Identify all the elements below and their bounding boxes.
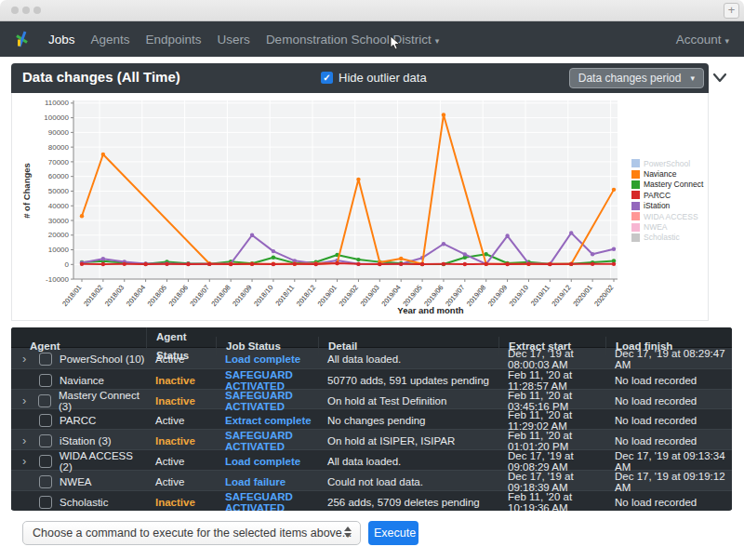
chart-point-parcc[interactable] (293, 262, 297, 266)
app-logo-icon[interactable] (15, 30, 29, 48)
row-checkbox[interactable] (39, 434, 52, 447)
chart-point-parcc[interactable] (101, 262, 105, 266)
chart-point-parcc[interactable] (272, 262, 275, 266)
chart-point-istation[interactable] (463, 252, 467, 256)
chart-point-parcc[interactable] (463, 262, 467, 266)
row-checkbox[interactable] (39, 414, 52, 427)
legend-swatch-istation (631, 202, 640, 210)
chart-point-parcc[interactable] (569, 262, 573, 266)
chart-point-parcc[interactable] (250, 262, 254, 266)
execute-button[interactable]: Execute (368, 521, 418, 545)
chart-point-mastery-connect[interactable] (356, 258, 360, 261)
nav-item-users[interactable]: Users (218, 33, 250, 47)
chart-point-parcc[interactable] (143, 262, 147, 266)
legend-item-nwea[interactable]: NWEA (631, 221, 703, 232)
row-checkbox[interactable] (38, 394, 51, 407)
job-status-link[interactable]: SAFEGUARD ACTIVATED (216, 430, 318, 452)
data-changes-period-button[interactable]: Data changes period ▾ (569, 68, 704, 88)
legend-item-parcc[interactable]: PARCC (631, 190, 703, 200)
chart-point-naviance[interactable] (612, 188, 616, 192)
chart-point-parcc[interactable] (442, 262, 445, 266)
chart-point-parcc[interactable] (420, 262, 424, 266)
chart-point-mastery-connect[interactable] (272, 256, 275, 260)
chart-point-parcc[interactable] (356, 262, 360, 266)
y-tick-label: 30000 (48, 217, 70, 225)
chart-point-parcc[interactable] (526, 262, 530, 266)
chart-point-parcc[interactable] (548, 262, 551, 266)
row-checkbox[interactable] (39, 374, 52, 387)
chart-point-parcc[interactable] (123, 262, 126, 266)
job-status-link[interactable]: SAFEGUARD ACTIVATED (216, 491, 318, 511)
agent-name: Naviance (60, 375, 104, 386)
job-status-link[interactable]: Load failure (216, 476, 318, 487)
window-zoom-button[interactable] (33, 7, 41, 14)
chart-point-parcc[interactable] (505, 262, 509, 266)
nav-item-demonstration-school-district[interactable]: Demonstration School District▾ (266, 33, 439, 47)
chart-point-naviance[interactable] (80, 214, 84, 218)
chart-point-naviance[interactable] (101, 153, 105, 156)
row-expand-chevron-icon[interactable]: › (22, 457, 32, 466)
job-status-link[interactable]: SAFEGUARD ACTIVATED (216, 369, 318, 392)
nav-item-account[interactable]: Account▾ (676, 33, 729, 47)
chart-point-istation[interactable] (569, 231, 573, 234)
chart-point-parcc[interactable] (229, 262, 232, 266)
window-close-button[interactable] (11, 7, 19, 14)
job-detail: 50770 adds, 591 updates pending (318, 375, 498, 386)
command-select[interactable]: Choose a command to execute for the sele… (22, 521, 361, 545)
chart-point-istation[interactable] (101, 257, 105, 260)
chart-point-parcc[interactable] (485, 262, 488, 266)
row-expand-chevron-icon[interactable]: › (22, 436, 32, 446)
legend-item-powerschool[interactable]: PowerSchool (631, 158, 703, 168)
window-minimize-button[interactable] (22, 7, 30, 14)
hide-outlier-label[interactable]: Hide outlier data (339, 71, 427, 85)
chart-point-parcc[interactable] (165, 262, 168, 266)
panel-collapse-chevron-icon[interactable] (712, 71, 727, 82)
row-checkbox[interactable] (39, 455, 52, 468)
chart-point-istation[interactable] (612, 247, 616, 251)
chart-point-parcc[interactable] (80, 262, 84, 266)
chart-point-parcc[interactable] (612, 262, 616, 266)
x-tick-label: 2019/03 (359, 284, 381, 309)
legend-item-scholastic[interactable]: Scholastic (631, 233, 703, 243)
chart-point-istation[interactable] (591, 252, 594, 256)
chart-point-naviance[interactable] (356, 178, 360, 181)
chart-point-parcc[interactable] (378, 262, 381, 266)
chart-point-istation[interactable] (442, 242, 445, 246)
chart-point-parcc[interactable] (335, 261, 339, 265)
chart-point-naviance[interactable] (399, 257, 403, 260)
nav-item-endpoints[interactable]: Endpoints (146, 33, 202, 47)
legend-item-istation[interactable]: iStation (631, 201, 703, 211)
job-status-link[interactable]: Load complete (216, 456, 318, 467)
chart-point-istation[interactable] (250, 233, 254, 237)
row-checkbox[interactable] (39, 496, 52, 509)
legend-item-mastery-connect[interactable]: Mastery Connect (631, 180, 703, 190)
chart-point-parcc[interactable] (591, 262, 594, 266)
nav-item-jobs[interactable]: Jobs (48, 33, 75, 47)
job-status-link[interactable]: SAFEGUARD ACTIVATED (216, 390, 318, 412)
row-checkbox[interactable] (39, 353, 52, 366)
row-checkbox[interactable] (39, 475, 52, 488)
hide-outlier-checkbox[interactable]: ✓ (321, 72, 333, 84)
chart-point-parcc[interactable] (399, 262, 403, 266)
job-status-link[interactable]: Load complete (216, 353, 318, 365)
column-header-detail[interactable]: Detail (318, 337, 498, 355)
chart-point-istation[interactable] (505, 233, 509, 237)
row-expand-chevron-icon[interactable]: › (22, 396, 31, 406)
job-status-link[interactable]: Extract complete (216, 415, 318, 426)
load-finish: No load recorded (605, 375, 732, 386)
agent-name: PARCC (60, 415, 96, 426)
row-expand-chevron-icon[interactable]: › (22, 354, 32, 364)
new-tab-button[interactable]: + (724, 3, 739, 19)
chart-point-parcc[interactable] (207, 262, 211, 266)
x-tick-label: 2018/04 (125, 284, 147, 309)
chart-point-istation[interactable] (272, 249, 275, 253)
nav-item-agents[interactable]: Agents (91, 33, 130, 47)
column-header-job-status[interactable]: Job Status (216, 337, 318, 355)
chart-point-naviance[interactable] (442, 113, 445, 116)
chart-point-parcc[interactable] (313, 262, 317, 266)
legend-item-wida-access[interactable]: WIDA ACCESS (631, 211, 703, 221)
y-tick-label: 10000 (48, 246, 70, 254)
data-changes-panel-header: Data changes (All Time) ✓ Hide outlier d… (11, 63, 709, 93)
legend-item-naviance[interactable]: Naviance (631, 168, 703, 179)
chart-point-parcc[interactable] (186, 262, 190, 266)
